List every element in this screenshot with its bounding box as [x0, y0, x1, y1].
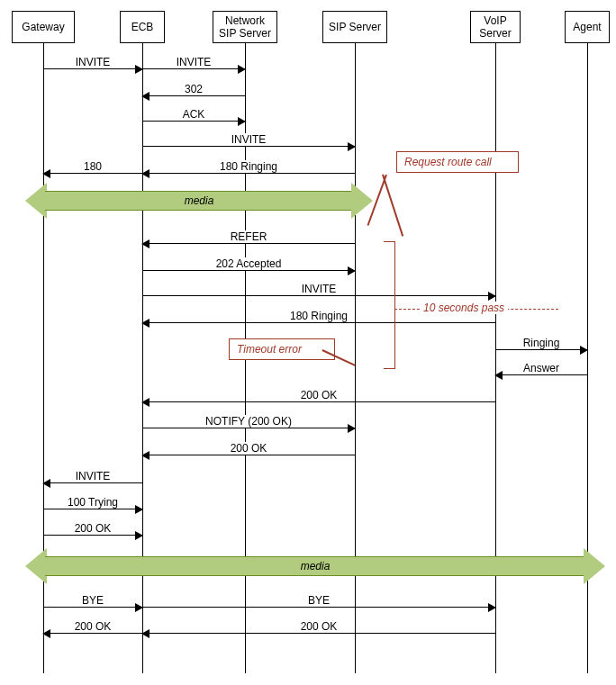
media-band: media	[27, 191, 371, 211]
message-arrow: INVITE	[142, 68, 245, 69]
arrowhead-icon	[488, 603, 496, 612]
arrowhead-icon	[488, 292, 496, 301]
arrowhead-icon	[135, 65, 143, 74]
arrowhead-icon	[42, 479, 50, 488]
callout-timeout-error: Timeout error	[229, 338, 335, 360]
participant-voip: VoIPServer	[470, 11, 521, 43]
arrowhead-icon	[141, 398, 149, 407]
message-label: 200 OK	[227, 442, 271, 455]
participant-nsip: NetworkSIP Server	[213, 11, 277, 43]
arrowhead-icon	[580, 346, 588, 355]
message-label: Answer	[520, 362, 563, 374]
message-arrow: BYE	[43, 607, 142, 608]
message-label: BYE	[304, 594, 333, 607]
message-arrow: 180 Ringing	[142, 173, 355, 174]
message-label: REFER	[227, 230, 271, 243]
lifeline-ecb	[142, 43, 143, 673]
message-label: 202 Accepted	[213, 257, 285, 270]
message-label: 180 Ringing	[286, 310, 351, 322]
message-arrow: Answer	[495, 374, 587, 375]
arrowhead-icon	[141, 451, 149, 460]
lifeline-voip	[495, 43, 496, 673]
message-label: BYE	[78, 594, 107, 607]
participant-ecb: ECB	[120, 11, 165, 43]
arrowhead-icon	[494, 371, 503, 380]
message-label: INVITE	[72, 470, 114, 482]
message-label: 200 OK	[71, 620, 115, 633]
message-arrow: 180 Ringing	[142, 322, 495, 323]
message-label: 180 Ringing	[216, 160, 281, 173]
message-label: 200 OK	[297, 620, 341, 633]
message-arrow: INVITE	[142, 146, 355, 147]
message-arrow: 302	[142, 95, 245, 96]
arrowhead-icon	[238, 117, 246, 126]
message-arrow: 202 Accepted	[142, 270, 355, 271]
message-label: ACK	[179, 108, 209, 121]
message-arrow: 200 OK	[43, 633, 142, 634]
message-arrow: 200 OK	[142, 633, 495, 634]
message-label: INVITE	[173, 56, 215, 68]
message-arrow: 200 OK	[142, 401, 495, 402]
callout-brace	[384, 241, 395, 369]
arrowhead-icon	[141, 319, 149, 328]
arrowhead-icon	[42, 629, 50, 638]
message-label: NOTIFY (200 OK)	[202, 415, 295, 428]
message-label: 200 OK	[71, 522, 115, 535]
callout-label: 10 seconds pass	[423, 302, 504, 314]
arrowhead-icon	[348, 142, 356, 151]
message-arrow: 200 OK	[43, 535, 142, 536]
participant-sip: SIP Server	[322, 11, 387, 43]
message-arrow: INVITE	[43, 68, 142, 69]
message-arrow: INVITE	[142, 295, 495, 296]
media-band-label: media	[185, 194, 214, 207]
participant-gateway: Gateway	[12, 11, 75, 43]
message-arrow: Ringing	[495, 349, 587, 350]
message-arrow: NOTIFY (200 OK)	[142, 428, 355, 428]
arrowhead-icon	[42, 169, 50, 178]
message-arrow: 100 Trying	[43, 509, 142, 509]
message-label: 302	[181, 83, 206, 95]
arrowhead-icon	[141, 92, 149, 101]
arrowhead-icon	[135, 603, 143, 612]
message-arrow: INVITE	[43, 482, 142, 483]
message-arrow: 180	[43, 173, 142, 174]
message-label: INVITE	[228, 133, 270, 146]
callout-request-route: Request route call	[396, 151, 519, 173]
arrowhead-icon	[238, 65, 246, 74]
message-arrow: BYE	[142, 607, 495, 608]
message-label: 180	[80, 160, 105, 173]
message-label: INVITE	[72, 56, 114, 68]
arrowhead-icon	[141, 629, 149, 638]
arrowhead-icon	[141, 239, 149, 248]
message-label: INVITE	[298, 283, 340, 295]
arrowhead-icon	[135, 531, 143, 540]
media-band-label: media	[301, 560, 331, 572]
arrowhead-icon	[135, 505, 143, 514]
arrowhead-icon	[348, 266, 356, 275]
callout-ten-seconds: 10 seconds pass	[420, 302, 508, 314]
message-label: 200 OK	[297, 389, 341, 401]
participant-agent: Agent	[565, 11, 610, 43]
media-band: media	[27, 556, 603, 576]
message-label: Ringing	[520, 337, 564, 349]
callout-label: Request route call	[404, 156, 492, 168]
callout-leader-line	[382, 175, 403, 237]
message-label: 100 Trying	[64, 496, 122, 509]
message-arrow: ACK	[142, 121, 245, 122]
message-arrow: REFER	[142, 243, 355, 244]
message-arrow: 200 OK	[142, 455, 355, 455]
arrowhead-icon	[141, 169, 149, 178]
arrowhead-icon	[348, 424, 356, 433]
callout-label: Timeout error	[237, 343, 302, 356]
lifeline-sip	[355, 43, 356, 673]
